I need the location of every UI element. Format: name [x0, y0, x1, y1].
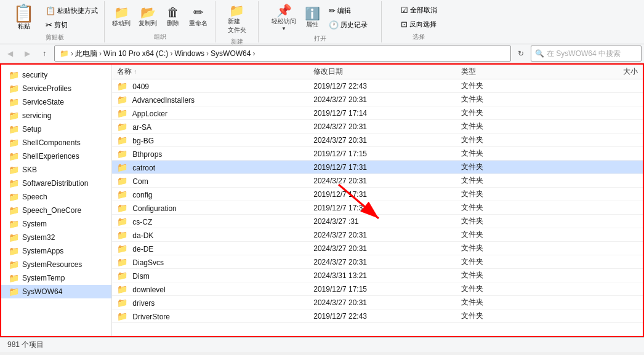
table-row[interactable]: 📁 cs-CZ 2024/3/27 :31 文件夹 — [112, 215, 643, 228]
sidebar-item-shellexperiences[interactable]: 📁 ShellExperiences — [1, 150, 111, 163]
open-group: 📌 轻松访问 ▼ ℹ️ 属性 ✏ 编辑 🕐 历史记录 打开 — [259, 1, 382, 42]
table-row[interactable]: 📁 Dism 2024/3/31 13:21 文件夹 — [112, 269, 643, 282]
file-name: config — [132, 191, 152, 199]
properties-label: 属性 — [306, 20, 318, 29]
sidebar-item-serviceprofiles[interactable]: 📁 ServiceProfiles — [1, 82, 111, 95]
table-row[interactable]: 📁 ar-SA 2024/3/27 20:31 文件夹 — [112, 120, 643, 134]
sidebar-item-syswow64[interactable]: 📁 SysWOW64 — [1, 285, 111, 298]
move-to-button[interactable]: 📁 移动到 — [109, 4, 134, 30]
deselect-all-icon: ☑ — [401, 6, 408, 15]
file-type: 文件夹 — [461, 149, 483, 158]
path-pc[interactable]: 此电脑 — [75, 49, 97, 59]
edit-button[interactable]: ✏ 编辑 — [325, 4, 371, 17]
file-date: 2019/12/7 17:31 — [313, 163, 367, 172]
file-name: AdvancedInstallers — [132, 96, 195, 105]
table-row[interactable]: 📁 config 2019/12/7 17:31 文件夹 — [112, 188, 643, 201]
sidebar-item-servicestate[interactable]: 📁 ServiceState — [1, 95, 111, 109]
table-row[interactable]: 📁 Configuration 2019/12/7 17:3 文件夹 — [112, 201, 643, 215]
address-bar[interactable]: 📁 › 此电脑 › Win 10 Pro x64 (C:) › Windows … — [54, 46, 511, 62]
sidebar-item-servicing[interactable]: 📁 servicing — [1, 109, 111, 122]
table-row[interactable]: 📁 downlevel 2019/12/7 17:15 文件夹 — [112, 282, 643, 296]
path-syswow64[interactable]: SysWOW64 — [211, 49, 251, 58]
delete-button[interactable]: 🗑 删除 — [162, 4, 184, 30]
file-type-cell: 文件夹 — [461, 121, 560, 132]
new-folder-button[interactable]: 📁 新建文件夹 — [225, 2, 249, 36]
col-type-header[interactable]: 类型 — [461, 66, 560, 77]
paste-button[interactable]: 📋 粘贴 — [7, 2, 40, 33]
file-name: cs-CZ — [132, 218, 152, 226]
cut-button[interactable]: ✂ 剪切 — [42, 18, 102, 31]
folder-icon: 📁 — [117, 271, 127, 281]
path-drive[interactable]: Win 10 Pro x64 (C:) — [103, 49, 168, 58]
up-button[interactable]: ↑ — [37, 46, 52, 61]
file-type: 文件夹 — [461, 122, 483, 130]
file-type: 文件夹 — [461, 217, 483, 225]
table-row[interactable]: 📁 AdvancedInstallers 2024/3/27 20:31 文件夹 — [112, 93, 643, 106]
file-type: 文件夹 — [461, 95, 483, 103]
sidebar-item-systemtemp[interactable]: 📁 SystemTemp — [1, 271, 111, 285]
open-label: 打开 — [314, 34, 326, 43]
refresh-button[interactable]: ↻ — [513, 46, 528, 61]
folder-icon: 📁 — [9, 260, 19, 269]
file-name-cell: 📁 Configuration — [117, 203, 313, 213]
file-type: 文件夹 — [461, 162, 483, 171]
sidebar-item-system32[interactable]: 📁 System32 — [1, 231, 111, 244]
table-row[interactable]: 📁 Com 2024/3/27 20:31 文件夹 — [112, 174, 643, 188]
path-windows[interactable]: Windows — [174, 49, 204, 58]
sidebar-item-systemapps[interactable]: 📁 SystemApps — [1, 244, 111, 258]
paste-shortcut-button[interactable]: 📋 粘贴快捷方式 — [42, 4, 102, 17]
rename-icon: ✏ — [193, 6, 204, 18]
invert-selection-button[interactable]: ⊡ 反向选择 — [397, 18, 441, 31]
file-name: downlevel — [132, 285, 165, 294]
organize-group: 📁 移动到 📂 复制到 🗑 删除 ✏ 重命名 组织 — [105, 1, 215, 42]
organize-buttons: 📁 移动到 📂 复制到 🗑 删除 ✏ 重命名 — [109, 2, 211, 33]
file-name: Com — [132, 177, 148, 186]
clipboard-group: 📋 粘贴 📋 粘贴快捷方式 ✂ 剪切 剪贴板 — [5, 1, 105, 42]
forward-button[interactable]: ▶ — [20, 46, 34, 61]
table-row[interactable]: 📁 drivers 2024/3/27 20:31 文件夹 — [112, 296, 643, 309]
folder-icon: 📁 — [117, 217, 127, 226]
copy-to-button[interactable]: 📂 复制到 — [135, 4, 160, 30]
sidebar-item-system[interactable]: 📁 System — [1, 217, 111, 231]
file-name-cell: 📁 da-DK — [117, 230, 313, 240]
back-button[interactable]: ◀ — [2, 46, 17, 61]
sidebar-item-speech[interactable]: 📁 Speech — [1, 190, 111, 204]
table-row[interactable]: 📁 0409 2019/12/7 22:43 文件夹 — [112, 79, 643, 93]
search-box[interactable]: 🔍 在 SysWOW64 中搜索 — [531, 46, 642, 62]
file-date-cell: 2019/12/7 22:43 — [313, 82, 461, 90]
table-row[interactable]: 📁 de-DE 2024/3/27 20:31 文件夹 — [112, 242, 643, 255]
sidebar-item-systemresources[interactable]: 📁 SystemResources — [1, 258, 111, 271]
folder-icon: 📁 — [9, 273, 19, 283]
folder-icon: 📁 — [117, 135, 127, 145]
file-date: 2019/12/7 22:43 — [313, 82, 367, 90]
col-name-header[interactable]: 名称 ↑ — [117, 66, 313, 77]
sidebar-item-softwaredist[interactable]: 📁 SoftwareDistribution — [1, 177, 111, 190]
table-row[interactable]: 📁 DriverStore 2019/12/7 22:43 文件夹 — [112, 309, 643, 323]
file-type: 文件夹 — [461, 81, 483, 90]
sidebar-item-security[interactable]: 📁 security — [1, 68, 111, 82]
table-row[interactable]: 📁 AppLocker 2019/12/7 17:14 文件夹 — [112, 106, 643, 120]
open-buttons: 📌 轻松访问 ▼ ℹ️ 属性 ✏ 编辑 🕐 历史记录 — [268, 2, 371, 34]
sidebar-item-skb[interactable]: 📁 SKB — [1, 163, 111, 177]
folder-icon: 📁 — [9, 70, 19, 80]
history-button[interactable]: 🕐 历史记录 — [325, 18, 371, 31]
table-row[interactable]: 📁 bg-BG 2024/3/27 20:31 文件夹 — [112, 134, 643, 147]
table-row[interactable]: 📁 DiagSvcs 2024/3/27 20:31 文件夹 — [112, 255, 643, 269]
rename-button[interactable]: ✏ 重命名 — [186, 4, 211, 30]
deselect-all-button[interactable]: ☑ 全部取消 — [397, 4, 441, 17]
properties-button[interactable]: ℹ️ 属性 — [301, 6, 323, 31]
easy-access-button[interactable]: 📌 轻松访问 ▼ — [268, 2, 299, 33]
sidebar-item-shellcomponents[interactable]: 📁 ShellComponents — [1, 136, 111, 150]
sidebar-item-setup[interactable]: 📁 Setup — [1, 122, 111, 136]
table-row[interactable]: 📁 Bthprops 2019/12/7 17:15 文件夹 — [112, 147, 643, 161]
new-buttons: 📁 新建文件夹 — [225, 2, 249, 38]
file-name-cell: 📁 config — [117, 189, 313, 199]
col-date-header[interactable]: 修改日期 — [313, 66, 461, 77]
sidebar-item-system-label: System — [22, 220, 47, 228]
sidebar-item-speechonecore[interactable]: 📁 Speech_OneCore — [1, 204, 111, 217]
table-row[interactable]: 📁 da-DK 2024/3/27 20:31 文件夹 — [112, 228, 643, 242]
table-row[interactable]: 📁 catroot 2019/12/7 17:31 文件夹 — [112, 161, 643, 174]
col-size-header[interactable]: 大小 — [559, 66, 638, 77]
col-type-label: 类型 — [461, 67, 476, 76]
file-date: 2024/3/27 20:31 — [313, 95, 367, 104]
